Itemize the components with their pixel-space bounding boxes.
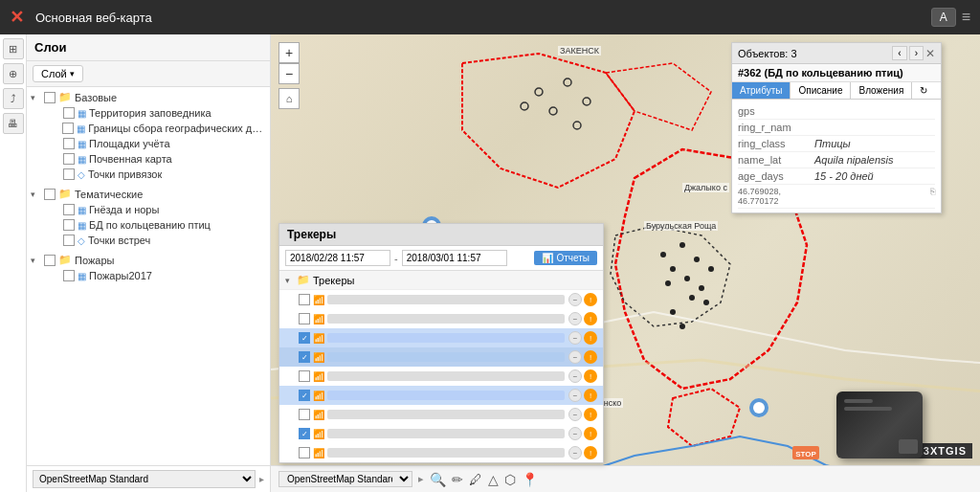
list-item[interactable]: ◇ Точки привязок <box>34 167 270 182</box>
group-header-thematic[interactable]: ▾ 📁 Тематические <box>27 186 270 202</box>
tracker-checkbox[interactable] <box>299 313 310 324</box>
tracker-name <box>327 391 565 400</box>
draw-icon[interactable]: 🖊 <box>469 472 482 487</box>
home-button[interactable]: ⌂ <box>278 88 300 109</box>
layers-icon-btn[interactable]: ⊞ <box>3 38 24 59</box>
list-item[interactable]: ▦ Территория заповедника <box>34 105 270 121</box>
tracker-status-btn[interactable]: ! <box>584 389 597 402</box>
tracker-minus-btn[interactable]: − <box>568 312 582 325</box>
tracker-actions: − ! <box>568 446 597 459</box>
tracker-report-btn[interactable]: 📊 Отчеты <box>534 251 597 265</box>
tracker-minus-btn[interactable]: − <box>568 369 582 383</box>
group-checkbox-thematic[interactable] <box>44 189 56 200</box>
tracker-minus-btn[interactable]: − <box>568 427 582 440</box>
basemap-nav-icon[interactable]: ▸ <box>418 473 424 485</box>
tracker-status-btn[interactable]: ! <box>584 350 597 364</box>
tracker-item[interactable]: 📶 − ! <box>279 405 603 424</box>
tracker-checkbox[interactable]: ✓ <box>299 428 310 439</box>
list-item[interactable]: ▦ Пожары2017 <box>34 268 270 283</box>
search-icon-btn[interactable]: ⊕ <box>3 63 24 84</box>
tracker-minus-btn[interactable]: − <box>568 408 582 421</box>
tab-attributes[interactable]: Атрибуты <box>732 82 791 99</box>
tracker-minus-btn[interactable]: − <box>568 331 582 345</box>
tracker-date-to[interactable] <box>402 250 507 266</box>
tracker-item[interactable]: 📶 − ! <box>279 443 603 462</box>
attr-key: 46.769028, 46.770172 <box>738 187 814 206</box>
tracker-minus-btn[interactable]: − <box>568 293 582 306</box>
basemap-select[interactable]: OpenStreetMap Standard <box>33 470 256 488</box>
group-checkbox-basic[interactable] <box>44 92 56 103</box>
tracker-item[interactable]: ✓ 📶 − ! <box>279 386 603 405</box>
zoom-in-button[interactable]: + <box>278 42 300 63</box>
tracker-item[interactable]: 📶 − ! <box>279 309 603 328</box>
group-label-thematic: Тематические <box>75 189 143 200</box>
list-item[interactable]: ▦ Почвенная карта <box>34 151 270 167</box>
zoom-out-button[interactable]: − <box>278 63 300 84</box>
list-item[interactable]: ▦ Гнёзда и норы <box>34 202 270 217</box>
map-area[interactable]: STOP STOP + − ⌂ Объектов: 3 ‹ › <box>271 34 980 492</box>
list-item[interactable]: ◇ Точки встреч <box>34 233 270 248</box>
tab-extra[interactable]: ↻ <box>912 82 935 99</box>
tracker-status-btn[interactable]: ! <box>584 312 597 325</box>
bottom-toolbar: OpenStreetMap Standard ▸ 🔍 ✏ 🖊 △ ⬡ 📍 <box>271 465 980 492</box>
tracker-item[interactable]: ✓ 📶 − ! <box>279 424 603 443</box>
tracker-minus-btn[interactable]: − <box>568 350 582 364</box>
tracker-item[interactable]: 📶 − ! <box>279 290 603 309</box>
list-item[interactable]: ▦ БД по кольцеванию птиц <box>34 217 270 233</box>
svg-point-15 <box>703 300 709 305</box>
group-checkbox-fires[interactable] <box>44 255 56 266</box>
list-item[interactable]: ▦ Площадки учёта <box>34 136 270 151</box>
tracker-date-from[interactable] <box>285 250 390 266</box>
tracker-checkbox[interactable]: ✓ <box>299 332 310 344</box>
tab-description[interactable]: Описание <box>791 82 851 99</box>
print-icon-btn[interactable]: 🖶 <box>3 113 24 134</box>
layer-dropdown-btn[interactable]: Слой ▾ <box>33 65 83 82</box>
tracker-status-btn[interactable]: ! <box>584 331 597 345</box>
menu-icon[interactable]: ≡ <box>962 9 970 26</box>
tracker-item[interactable]: ✓ 📶 − ! <box>279 347 603 367</box>
tracker-checkbox[interactable] <box>299 409 310 420</box>
tracker-status-btn[interactable]: ! <box>584 446 597 459</box>
triangle-icon[interactable]: △ <box>488 472 499 487</box>
basemap-bottom-select[interactable]: OpenStreetMap Standard <box>278 471 412 487</box>
user-button[interactable]: A <box>931 8 956 27</box>
tracker-name <box>327 333 565 343</box>
tracker-status-btn[interactable]: ! <box>584 369 597 383</box>
tracker-checkbox[interactable] <box>299 370 310 382</box>
attr-key: ring_class <box>738 138 814 149</box>
copy-coords-icon[interactable]: ⎘ <box>930 187 935 206</box>
tracker-minus-btn[interactable]: − <box>568 389 582 402</box>
edit-icon[interactable]: ✏ <box>452 472 463 487</box>
tracker-status-btn[interactable]: ! <box>584 427 597 440</box>
share-icon-btn[interactable]: ⤴ <box>3 88 24 109</box>
attr-row: age_days 15 - 20 дней <box>738 168 935 185</box>
tracker-checkbox[interactable]: ✓ <box>299 390 310 401</box>
popup-close-btn[interactable]: ✕ <box>925 47 935 60</box>
group-header-basic[interactable]: ▾ 📁 Базовые <box>27 89 270 105</box>
list-item[interactable]: ▦ Границы сбора географических данны <box>34 121 270 136</box>
tracker-actions: − ! <box>568 331 597 345</box>
hexagon-icon[interactable]: ⬡ <box>504 472 516 487</box>
tracker-checkbox[interactable] <box>299 447 310 458</box>
tracker-panel-title: Трекеры <box>287 228 336 241</box>
popup-next-btn[interactable]: › <box>909 46 924 60</box>
tracker-checkbox[interactable] <box>299 294 310 305</box>
layer-group-fires: ▾ 📁 Пожары ▦ Пожары2017 <box>27 250 270 285</box>
tracker-date-separator: - <box>394 253 398 264</box>
tracker-actions: − ! <box>568 408 597 421</box>
tracker-checkbox[interactable]: ✓ <box>299 351 310 363</box>
group-header-fires[interactable]: ▾ 📁 Пожары <box>27 252 270 268</box>
popup-prev-btn[interactable]: ‹ <box>892 46 906 60</box>
tracker-group-label: Трекеры <box>313 275 354 286</box>
tracker-status-btn[interactable]: ! <box>584 293 597 306</box>
sidebar-toolbar: Слой ▾ <box>27 61 270 87</box>
tracker-item[interactable]: ✓ 📶 − ! <box>279 328 603 347</box>
location-icon[interactable]: 📍 <box>522 472 538 487</box>
tracker-item[interactable]: 📶 − ! <box>279 367 603 386</box>
tracker-status-btn[interactable]: ! <box>584 408 597 421</box>
svg-point-8 <box>679 242 685 248</box>
zoom-in-bottom-icon[interactable]: 🔍 <box>430 472 446 487</box>
tracker-minus-btn[interactable]: − <box>568 446 582 459</box>
tab-attachments[interactable]: Вложения <box>851 82 912 99</box>
attr-row: ring_r_nam <box>738 120 935 136</box>
